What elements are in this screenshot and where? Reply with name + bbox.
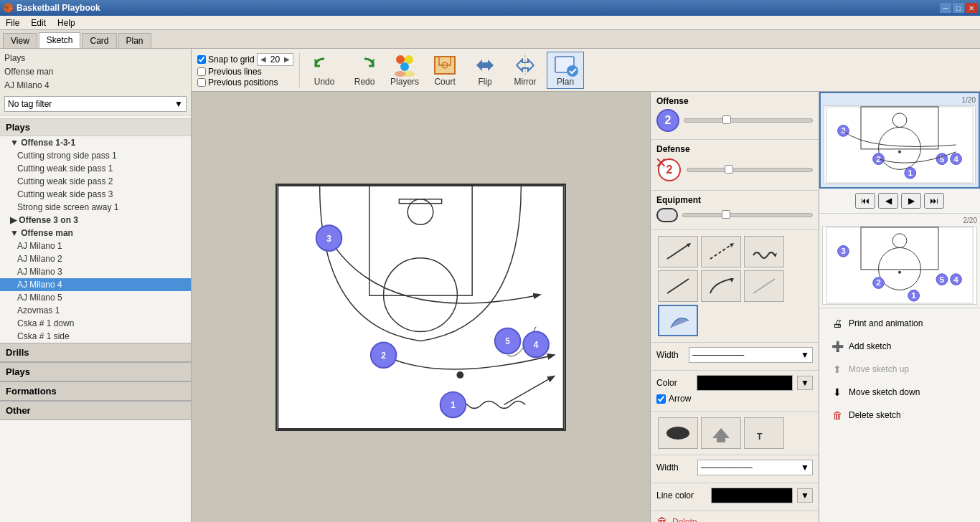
svg-point-4: [403, 71, 415, 77]
print-icon: 🖨: [830, 316, 844, 331]
preview-item-2[interactable]: 2/20 3 2 5: [819, 214, 980, 308]
tree-item-cska1[interactable]: Cska # 1 down: [0, 317, 191, 330]
nav-next-btn[interactable]: ▶: [901, 193, 921, 209]
maximize-btn[interactable]: □: [953, 3, 964, 13]
line-color-dropdown-arrow[interactable]: ▼: [797, 488, 813, 503]
nav-first-btn[interactable]: ⏮: [855, 193, 875, 209]
tree-item-cska2[interactable]: Cska # 1 side: [0, 330, 191, 343]
defense-slider-thumb[interactable]: [725, 165, 733, 174]
section-plays2[interactable]: Plays: [0, 362, 191, 381]
tree-item-aj1[interactable]: AJ Milano 1: [0, 239, 191, 252]
tree-item-aj4[interactable]: AJ Milano 4: [0, 278, 191, 291]
app-title: 🏀 Basketball Playbook: [3, 3, 100, 13]
mirror-btn[interactable]: Mirror: [507, 52, 544, 89]
tree-item-1[interactable]: Cutting weak side pass 1: [0, 162, 191, 175]
tree-group-offense131[interactable]: ▼ Offense 1-3-1: [0, 136, 191, 149]
move-down-btn[interactable]: ⬇ Move sketch down: [825, 381, 974, 403]
tab-plan[interactable]: Plan: [118, 33, 151, 48]
defense-slider-track[interactable]: [687, 168, 813, 172]
line-color-picker[interactable]: [711, 488, 793, 503]
offense-slider-thumb[interactable]: [722, 115, 731, 124]
line-dashed-btn[interactable]: [701, 236, 741, 267]
menu-help[interactable]: Help: [52, 16, 81, 29]
offense-badge: 2: [656, 109, 679, 132]
delete-sketch-btn[interactable]: 🗑 Delete sketch: [825, 404, 974, 426]
line-straight-btn[interactable]: [658, 270, 698, 302]
width2-dropdown[interactable]: —————— ▼: [697, 460, 813, 475]
line-type-section: [651, 230, 819, 343]
tree-group-offense3on3[interactable]: ▶ Offense 3 on 3: [0, 214, 191, 227]
snap-decrement[interactable]: ◀: [259, 55, 268, 63]
offense-slider-track[interactable]: [684, 118, 813, 123]
move-up-icon: ⬆: [830, 362, 844, 376]
shape-oval-btn[interactable]: [658, 417, 698, 449]
tabbar: View Sketch Card Plan: [0, 30, 980, 49]
shape-arrow-btn[interactable]: [701, 417, 741, 449]
court-btn[interactable]: Court: [426, 52, 463, 89]
section-formations[interactable]: Formations: [0, 381, 191, 401]
menu-edit[interactable]: Edit: [25, 16, 52, 29]
print-animation-btn[interactable]: 🖨 Print and animation: [825, 313, 974, 334]
previous-positions-checkbox[interactable]: [197, 78, 206, 87]
svg-rect-38: [826, 107, 973, 183]
tree-item-0[interactable]: Cutting strong side pass 1: [0, 149, 191, 162]
color-section: Color ▼ Arrow: [651, 371, 819, 412]
redo-btn[interactable]: Redo: [346, 52, 383, 89]
shape-text-btn[interactable]: T: [744, 417, 784, 449]
menu-file[interactable]: File: [0, 16, 25, 29]
court-surface[interactable]: 3 2 5 4 1: [275, 184, 566, 431]
minimize-btn[interactable]: ─: [940, 3, 951, 13]
tree-group-offenseman[interactable]: ▼ Offense man: [0, 227, 191, 239]
tree-item-azovmas[interactable]: Azovmas 1: [0, 304, 191, 317]
snap-increment[interactable]: ▶: [283, 55, 291, 63]
width-dropdown[interactable]: —————— ▼: [689, 347, 813, 363]
tree-item-2[interactable]: Cutting weak side pass 2: [0, 175, 191, 188]
nav-last-btn[interactable]: ⏭: [924, 193, 944, 209]
snap-to-grid-checkbox[interactable]: [197, 55, 206, 64]
tab-card[interactable]: Card: [82, 33, 116, 48]
preview-actions: 🖨 Print and animation ➕ Add sketch ⬆ Mov…: [819, 308, 980, 432]
svg-text:3: 3: [841, 246, 846, 255]
section-plays[interactable]: Plays: [0, 118, 191, 136]
tree-item-aj5[interactable]: AJ Milano 5: [0, 291, 191, 304]
arrow-checkbox[interactable]: [656, 394, 666, 404]
equipment-slider-track[interactable]: [682, 213, 813, 217]
color-picker[interactable]: [697, 375, 793, 391]
players-btn[interactable]: Players: [386, 52, 423, 89]
width-dropdown-arrow: ▼: [801, 350, 809, 360]
line-wavy-btn[interactable]: [744, 236, 784, 267]
undo-btn[interactable]: Undo: [306, 52, 343, 89]
court-container[interactable]: 3 2 5 4 1: [192, 92, 650, 522]
line-filled-curve-btn[interactable]: [658, 305, 698, 336]
tree-item-3[interactable]: Cutting weak side pass 3: [0, 188, 191, 201]
nav-prev-btn[interactable]: ◀: [878, 193, 898, 209]
window-controls[interactable]: ─ □ ✕: [940, 3, 977, 13]
line-curved-btn[interactable]: [701, 270, 741, 302]
preview-item-1[interactable]: 1/20 3 2 5: [819, 92, 980, 189]
line-solid-btn[interactable]: [658, 236, 698, 267]
section-drills[interactable]: Drills: [0, 343, 191, 362]
tree-item-4[interactable]: Strong side screen away 1: [0, 201, 191, 214]
plan-btn[interactable]: Plan: [547, 52, 584, 89]
tree-item-aj3[interactable]: AJ Milano 3: [0, 265, 191, 278]
tab-view[interactable]: View: [3, 33, 37, 48]
delete-row[interactable]: 🗑 Delete: [656, 516, 813, 522]
close-btn[interactable]: ✕: [966, 3, 977, 13]
svg-marker-33: [730, 278, 734, 283]
tree-item-aj2[interactable]: AJ Milano 2: [0, 252, 191, 265]
tab-sketch[interactable]: Sketch: [39, 32, 81, 48]
right-panel: Offense 2 Defense 2 ✕: [650, 92, 819, 522]
svg-rect-11: [278, 185, 563, 428]
equipment-slider-thumb[interactable]: [722, 210, 730, 219]
line-cross-btn[interactable]: [744, 270, 784, 302]
previous-lines-checkbox[interactable]: [197, 67, 206, 76]
section-other[interactable]: Other: [0, 401, 191, 420]
move-up-btn[interactable]: ⬆ Move sketch up: [825, 359, 974, 380]
add-sketch-btn[interactable]: ➕ Add sketch: [825, 336, 974, 357]
flip-btn[interactable]: Flip: [466, 52, 504, 89]
tag-filter-dropdown[interactable]: No tag filter ▼: [4, 96, 187, 112]
checkboxes: Snap to grid ◀ 20 ▶ Previous lines Pre: [197, 53, 293, 87]
svg-point-1: [405, 55, 413, 64]
shape-tools-grid: T: [656, 416, 813, 450]
color-dropdown-arrow[interactable]: ▼: [797, 376, 813, 390]
